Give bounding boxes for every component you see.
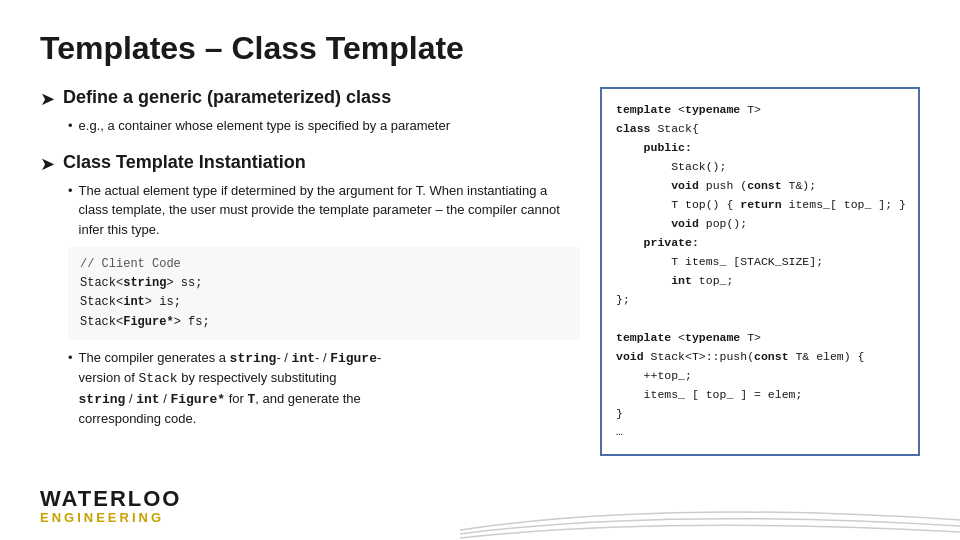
bullet-dot-1: • [68,118,73,133]
client-code-block: // Client Code Stack<string> ss; Stack<i… [68,247,580,340]
section1: ➤ Define a generic (parameterized) class… [40,87,580,136]
code-comment: // Client Code [80,257,181,271]
code-box-line-7: void pop(); [616,215,904,234]
code-box: template <typename T> class Stack{ publi… [600,87,920,456]
swoosh-decoration [460,490,960,540]
section2-title: Class Template Instantiation [63,152,306,173]
code-line-2: Stack<int> is; [80,295,181,309]
section2-bullet1-text: The actual element type if determined by… [79,181,580,240]
code-box-line-1: template <typename T> [616,101,904,120]
code-box-line-16: items_ [ top_ ] = elem; [616,386,904,405]
code-box-line-3: public: [616,139,904,158]
slide: Templates – Class Template ➤ Define a ge… [0,0,960,540]
logo-engineering: ENGINEERING [40,511,181,525]
code-box-line-11: }; [616,291,904,310]
code-box-line-13: template <typename T> [616,329,904,348]
section2-bullet1: • The actual element type if determined … [68,181,580,240]
content-area: ➤ Define a generic (parameterized) class… [40,87,920,456]
section1-bullet1: • e.g., a container whose element type i… [68,116,580,136]
arrow-icon-1: ➤ [40,88,55,110]
bullet-dot-3: • [68,350,73,365]
code-box-line-14: void Stack<T>::push(const T& elem) { [616,348,904,367]
section2-bullet2-text: The compiler generates a string- / int- … [79,348,382,429]
code-box-line-2: class Stack{ [616,120,904,139]
arrow-icon-2: ➤ [40,153,55,175]
section2-header: ➤ Class Template Instantiation [40,152,580,175]
code-box-line-9: T items_ [STACK_SIZE]; [616,253,904,272]
bullet-dot-2: • [68,183,73,198]
code-box-line-18: … [616,423,904,442]
section1-bullet1-text: e.g., a container whose element type is … [79,116,450,136]
right-panel: template <typename T> class Stack{ publi… [600,87,920,456]
code-box-line-12 [616,310,904,329]
section1-title: Define a generic (parameterized) class [63,87,391,108]
section2: ➤ Class Template Instantiation • The act… [40,152,580,429]
code-box-line-6: T top() { return items_[ top_ ]; } [616,196,904,215]
waterloo-logo: WATERLOO ENGINEERING [40,487,181,525]
code-line-1: Stack<string> ss; [80,276,202,290]
code-box-line-10: int top_; [616,272,904,291]
code-line-3: Stack<Figure*> fs; [80,315,210,329]
logo-waterloo: WATERLOO [40,487,181,511]
section2-bullet2: • The compiler generates a string- / int… [68,348,580,429]
bottom-bar: WATERLOO ENGINEERING [0,490,960,540]
code-box-line-4: Stack(); [616,158,904,177]
slide-title: Templates – Class Template [40,30,920,67]
code-box-line-5: void push (const T&); [616,177,904,196]
section1-header: ➤ Define a generic (parameterized) class [40,87,580,110]
code-box-line-8: private: [616,234,904,253]
code-box-line-15: ++top_; [616,367,904,386]
left-panel: ➤ Define a generic (parameterized) class… [40,87,580,456]
code-box-line-17: } [616,405,904,424]
